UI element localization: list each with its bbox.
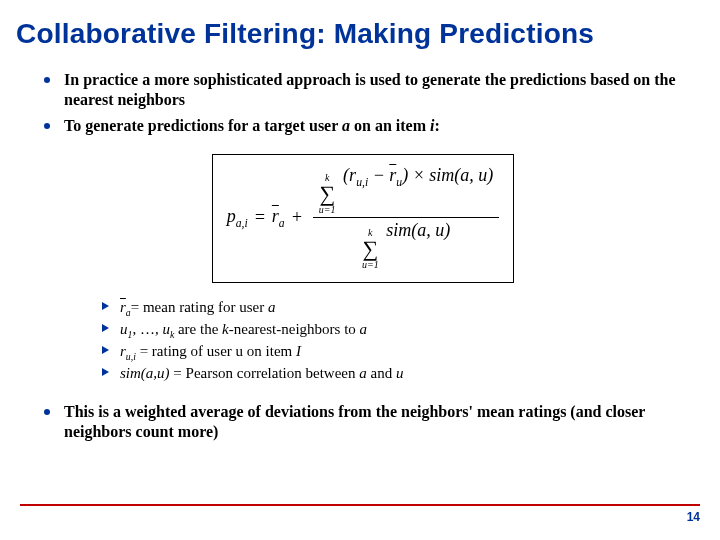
- def4-a: a: [359, 365, 367, 381]
- num-r-sub: u,i: [356, 176, 368, 189]
- def2-mid: , …,: [132, 321, 162, 337]
- def2-uk: uk: [162, 321, 174, 337]
- sim-den: sim: [386, 220, 411, 240]
- sigma-icon-den: ∑: [362, 238, 378, 260]
- formula-numerator: k ∑ u=1 (ru,i − ru) × sim(a, u): [313, 163, 499, 217]
- def-1-sym: ra: [120, 299, 131, 315]
- formula-eq: =: [254, 207, 266, 228]
- def3-r: ru,i: [120, 343, 136, 359]
- sim-args-den: (a, u): [411, 220, 450, 240]
- formula-p-sub: a,i: [236, 216, 248, 229]
- sum-den: k ∑ u=1: [362, 228, 379, 270]
- formula-fraction: k ∑ u=1 (ru,i − ru) × sim(a, u) k ∑ u: [313, 163, 499, 272]
- num-times: ×: [408, 165, 429, 185]
- sim-args-num: (a, u): [454, 165, 493, 185]
- sigma-icon: ∑: [319, 183, 335, 205]
- formula-rbar: r: [272, 206, 279, 226]
- def2-u1-sym: u: [120, 321, 128, 337]
- footer-rule: [20, 504, 700, 506]
- sum-bot: u=1: [319, 205, 336, 215]
- def3-r-sub: u,i: [126, 351, 136, 362]
- def-1: ra= mean rating for user a: [102, 297, 684, 319]
- def2-a: a: [360, 321, 368, 337]
- def2-u1: u1: [120, 321, 132, 337]
- bullet-2-a: a: [342, 117, 350, 134]
- sum-bot-den: u=1: [362, 260, 379, 270]
- bullet-1-text: In practice a more sophisticated approac…: [64, 71, 676, 108]
- formula-plus: +: [291, 207, 303, 228]
- slide-content: In practice a more sophisticated approac…: [12, 50, 708, 442]
- bullet-1: In practice a more sophisticated approac…: [42, 70, 684, 110]
- formula-lhs: pa,i: [227, 206, 248, 230]
- bullet-2-pre: To generate predictions for a target use…: [64, 117, 342, 134]
- footer: 14: [20, 504, 700, 524]
- sum-num: k ∑ u=1: [319, 173, 336, 215]
- bullet-list: In practice a more sophisticated approac…: [42, 70, 684, 136]
- formula-container: pa,i = ra + k ∑ u=1 (ru,i − ru) × sim(a,…: [42, 154, 684, 283]
- bullet-2-post: :: [434, 117, 439, 134]
- def-2: u1, …, uk are the k-nearest-neighbors to…: [102, 319, 684, 341]
- formula: pa,i = ra + k ∑ u=1 (ru,i − ru) × sim(a,…: [212, 154, 515, 283]
- formula-p: p: [227, 206, 236, 226]
- def4-sim: sim(a,u): [120, 365, 170, 381]
- def-4: sim(a,u) = Pearson correlation between a…: [102, 363, 684, 383]
- sim-num: sim: [429, 165, 454, 185]
- page-number: 14: [20, 510, 700, 524]
- def4-txt1: = Pearson correlation between: [170, 365, 360, 381]
- def1-a: a: [268, 299, 276, 315]
- bullet-list-2: This is a weighted average of deviations…: [42, 402, 684, 442]
- formula-rbar-a: ra: [272, 206, 285, 230]
- bullet-3: This is a weighted average of deviations…: [42, 402, 684, 442]
- slide-title: Collaborative Filtering: Making Predicti…: [16, 18, 708, 50]
- def2-txt2: -nearest-neighbors to: [229, 321, 360, 337]
- def3-I: I: [296, 343, 301, 359]
- def4-u: u: [396, 365, 404, 381]
- def2-k: k: [222, 321, 229, 337]
- formula-rbar-sub: a: [279, 216, 285, 229]
- def-3: ru,i = rating of user u on item I: [102, 341, 684, 363]
- definition-list: ra= mean rating for user a u1, …, uk are…: [102, 297, 684, 384]
- bullet-2-mid: on an item: [350, 117, 430, 134]
- def2-uk-sym: u: [162, 321, 170, 337]
- def1-text: = mean rating for user: [131, 299, 268, 315]
- def2-txt1: are the: [174, 321, 222, 337]
- num-minus: −: [368, 165, 389, 185]
- bullet-3-text: This is a weighted average of deviations…: [64, 403, 645, 440]
- def3-txt: = rating of user u on item: [136, 343, 296, 359]
- slide: Collaborative Filtering: Making Predicti…: [0, 0, 720, 540]
- formula-denominator: k ∑ u=1 sim(a, u): [356, 218, 456, 272]
- bullet-2: To generate predictions for a target use…: [42, 116, 684, 136]
- def4-and: and: [367, 365, 396, 381]
